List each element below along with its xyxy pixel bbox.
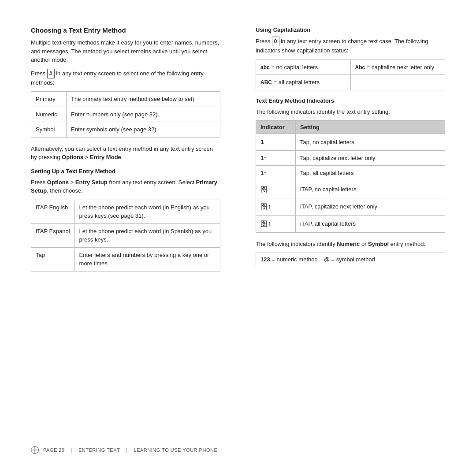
indicator-setting: iTAP, capitalize next letter only <box>296 198 445 215</box>
right-column: Using Capitalization Press 0 in any text… <box>247 26 445 437</box>
setup-desc: Let the phone predict each word (in Span… <box>74 223 220 247</box>
table-header-row: Indicator Setting <box>256 121 445 134</box>
footer-chapter: LEARNING TO USE YOUR PHONE <box>134 447 218 453</box>
table-row: Tap Enter letters and numbers by pressin… <box>31 247 220 271</box>
numeric-intro: The following indicators identify Numeri… <box>256 240 445 249</box>
page: Choosing a Text Entry Method Multiple te… <box>0 0 476 476</box>
entry-desc: The primary text entry method (see below… <box>67 92 220 107</box>
entry-methods-table: Primary The primary text entry method (s… <box>31 91 220 138</box>
cap-intro: Press 0 in any text entry screen to chan… <box>256 37 445 55</box>
indicator-val: 图↑ <box>256 198 296 215</box>
indicator-val: 图 <box>256 181 296 198</box>
table-row: 图↑ iTAP, all capital letters <box>256 215 445 232</box>
table-row: iTAP Espanol Let the phone predict each … <box>31 223 220 247</box>
alt-text: Alternatively, you can select a text ent… <box>31 145 220 162</box>
entry-label: Numeric <box>31 107 67 122</box>
press-suffix: in any text entry screen to select one o… <box>31 70 204 86</box>
table-row: Symbol Enter symbols only (see page 32). <box>31 122 220 138</box>
cap-cell: Abc = capitalize next letter only <box>350 60 445 75</box>
footer-page: PAGE 29 <box>43 447 65 453</box>
numeric-cell: 123 = numeric method @ = symbol method <box>256 253 445 266</box>
footer-section: ENTERING TEXT <box>78 447 120 453</box>
table-row: Numeric Enter numbers only (see page 32)… <box>31 107 220 122</box>
indicator-heading: Text Entry Method Indicators <box>256 97 445 104</box>
table-row: abc = no capital letters Abc = capitaliz… <box>256 60 445 75</box>
numeric-table: 123 = numeric method @ = symbol method <box>256 253 445 266</box>
entry-label: Primary <box>31 92 67 107</box>
entry-desc: Enter symbols only (see page 32). <box>67 122 220 138</box>
entry-label: Symbol <box>31 122 67 138</box>
indicator-setting: Tap, no capital letters <box>296 134 445 151</box>
setup-desc: Enter letters and numbers by pressing a … <box>74 247 220 271</box>
setup-desc: Let the phone predict each word (in Engl… <box>74 200 220 223</box>
table-row: 1↑ Tap, capitalize next letter only <box>256 150 445 166</box>
press-word: Press <box>31 70 45 77</box>
indicator-intro: The following indicators identify the te… <box>256 108 445 116</box>
table-row: 图 iTAP, no capital letters <box>256 181 445 198</box>
left-column: Choosing a Text Entry Method Multiple te… <box>31 26 229 437</box>
indicator-val: 1↑ <box>256 166 296 181</box>
col-setting: Setting <box>296 121 445 134</box>
cap-cell: abc = no capital letters <box>256 60 351 75</box>
table-row: 123 = numeric method @ = symbol method <box>256 253 445 266</box>
indicator-setting: iTAP, all capital letters <box>296 215 445 232</box>
setup-label: Tap <box>31 247 75 271</box>
indicator-val: 1 <box>256 134 296 151</box>
table-row: 1 Tap, no capital letters <box>256 134 445 151</box>
indicator-setting: Tap, all capital letters <box>296 166 445 181</box>
table-row: iTAP English Let the phone predict each … <box>31 200 220 223</box>
cap-cell <box>350 75 445 90</box>
hash-key: # <box>47 70 56 77</box>
footer: PAGE 29 | ENTERING TEXT | LEARNING TO US… <box>31 437 445 454</box>
setup-label: iTAP English <box>31 200 75 223</box>
entry-desc: Enter numbers only (see page 32). <box>67 107 220 122</box>
table-row: 1↑ Tap, all capital letters <box>256 166 445 181</box>
indicator-table: Indicator Setting 1 Tap, no capital lett… <box>256 120 445 233</box>
setup-intro: Press Options > Entry Setup from any tex… <box>31 178 220 195</box>
left-intro: Multiple text entry methods make it easy… <box>31 38 220 64</box>
col-indicator: Indicator <box>256 121 296 134</box>
indicator-setting: Tap, capitalize next letter only <box>296 150 445 166</box>
left-press-text: Press # in any text entry screen to sele… <box>31 69 220 87</box>
setup-heading: Setting Up a Text Entry Method <box>31 168 220 175</box>
setup-label: iTAP Espanol <box>31 223 75 247</box>
table-row: Primary The primary text entry method (s… <box>31 92 220 107</box>
cap-table: abc = no capital letters Abc = capitaliz… <box>256 60 445 90</box>
indicator-val: 图↑ <box>256 215 296 232</box>
cap-cell: ABC = all capital letters <box>256 75 351 90</box>
indicator-setting: iTAP, no capital letters <box>296 181 445 198</box>
cap-heading: Using Capitalization <box>256 26 445 33</box>
table-row: 图↑ iTAP, capitalize next letter only <box>256 198 445 215</box>
table-row: ABC = all capital letters <box>256 75 445 90</box>
left-heading: Choosing a Text Entry Method <box>31 26 220 34</box>
content-area: Choosing a Text Entry Method Multiple te… <box>31 26 445 437</box>
setup-methods-table: iTAP English Let the phone predict each … <box>31 200 220 271</box>
globe-icon <box>31 446 39 454</box>
indicator-val: 1↑ <box>256 150 296 166</box>
